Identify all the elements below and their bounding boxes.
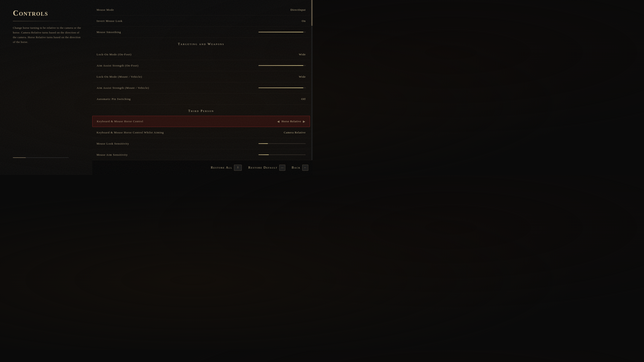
setting-row-mouse-smoothing[interactable]: Mouse Smoothing [92, 26, 310, 38]
slider-aim-assist-foot[interactable] [258, 65, 306, 66]
value-lock-on-mount: Wide [299, 75, 306, 78]
slider-track [258, 32, 306, 32]
slider-fill-aim-mount [258, 87, 303, 88]
slider-aim-assist-mount[interactable] [258, 87, 306, 88]
arrow-right-icon: ▶ [303, 120, 306, 123]
label-mouse-look-sensitivity: Mouse Look Sensitivity [96, 142, 129, 145]
value-lock-on-foot: Wide [299, 53, 306, 56]
scroll-thumb [13, 157, 26, 158]
section-title-targeting: Targeting and Weapons [178, 42, 224, 46]
label-mouse-mode: Mouse Mode [96, 8, 114, 11]
back-key: ← [302, 165, 308, 171]
right-panel: Mouse Mode DirectInput Invert Mouse Look… [92, 0, 312, 175]
setting-row-mouse-mode[interactable]: Mouse Mode DirectInput [92, 4, 310, 15]
back-button[interactable]: Back ← [292, 165, 308, 171]
restore-all-label: Restore All [211, 166, 232, 169]
setting-row-aim-assist-foot[interactable]: Aim Assist Strength (On-Foot) [92, 60, 310, 71]
bottom-bar: Restore All ⇧ Restore Default — Back ← [92, 160, 312, 175]
scrollbar-track[interactable] [311, 0, 312, 160]
section-header-third-person: Third Person [92, 105, 310, 116]
label-kb-horse-control: Keyboard & Mouse Horse Control [97, 120, 144, 123]
description-text: Change horse turning to be relative to t… [13, 25, 84, 44]
scroll-bar [13, 157, 69, 158]
restore-default-button[interactable]: Restore Default — [248, 165, 285, 171]
restore-default-key: — [279, 165, 285, 171]
setting-row-mouse-look-sensitivity[interactable]: Mouse Look Sensitivity [92, 138, 310, 149]
label-kb-horse-aiming: Keyboard & Mouse Horse Control Whilst Ai… [96, 131, 164, 134]
value-invert-mouse-look: On [302, 19, 306, 23]
value-kb-horse-aiming: Camera Relative [284, 131, 306, 134]
slider-mouse-look-sensitivity[interactable] [258, 143, 306, 144]
restore-default-label: Restore Default [248, 166, 277, 169]
label-mouse-smoothing: Mouse Smoothing [96, 30, 121, 34]
section-title-third-person: Third Person [188, 109, 214, 113]
setting-row-kb-horse-aiming[interactable]: Keyboard & Mouse Horse Control Whilst Ai… [92, 127, 310, 138]
back-label: Back [292, 166, 300, 169]
label-aim-assist-foot: Aim Assist Strength (On-Foot) [96, 64, 139, 67]
scroll-indicator [13, 157, 84, 166]
value-kb-horse-control: ◀ Horse Relative ▶ [277, 120, 306, 123]
slider-fill [258, 32, 303, 32]
value-auto-pin: Off [301, 97, 306, 101]
setting-row-kb-horse-control[interactable]: Keyboard & Mouse Horse Control ◀ Horse R… [92, 116, 310, 127]
slider-fill-aim-foot [258, 65, 303, 66]
page-container: Controls Change horse turning to be rela… [0, 0, 312, 175]
setting-row-aim-assist-mount[interactable]: Aim Assist Strength (Mount / Vehicle) [92, 82, 310, 93]
label-lock-on-mount: Lock-On Mode (Mount / Vehicle) [96, 75, 142, 78]
restore-all-button[interactable]: Restore All ⇧ [211, 165, 242, 171]
slider-mouse-smoothing[interactable] [258, 32, 306, 32]
label-aim-assist-mount: Aim Assist Strength (Mount / Vehicle) [96, 86, 149, 90]
label-mouse-aim-sensitivity: Mouse Aim Sensitivity [96, 153, 128, 157]
section-header-targeting: Targeting and Weapons [92, 38, 310, 49]
value-mouse-mode: DirectInput [290, 8, 306, 11]
setting-row-invert-mouse-look[interactable]: Invert Mouse Look On [92, 15, 310, 26]
restore-all-key: ⇧ [234, 165, 242, 171]
left-panel: Controls Change horse turning to be rela… [0, 0, 92, 175]
slider-track-aim-mount [258, 87, 306, 88]
scrollbar-thumb [311, 0, 312, 26]
label-lock-on-foot: Lock-On Mode (On-Foot) [96, 53, 132, 56]
arrow-left-icon: ◀ [277, 120, 280, 123]
settings-list: Mouse Mode DirectInput Invert Mouse Look… [92, 4, 312, 160]
label-invert-mouse-look: Invert Mouse Look [96, 19, 122, 23]
slider-track-aim-foot [258, 65, 306, 66]
setting-row-lock-on-foot[interactable]: Lock-On Mode (On-Foot) Wide [92, 49, 310, 60]
slider-fill-aim [258, 154, 269, 155]
page-title: Controls [13, 8, 84, 17]
setting-row-auto-pin[interactable]: Automatic Pin Switching Off [92, 93, 310, 105]
slider-track-aim [258, 154, 306, 155]
label-auto-pin: Automatic Pin Switching [96, 97, 131, 101]
slider-fill-look [258, 143, 268, 144]
slider-track-look [258, 143, 306, 144]
setting-row-lock-on-mount[interactable]: Lock-On Mode (Mount / Vehicle) Wide [92, 71, 310, 82]
slider-mouse-aim-sensitivity[interactable] [258, 154, 306, 155]
title-divider [13, 21, 69, 21]
setting-row-mouse-aim-sensitivity[interactable]: Mouse Aim Sensitivity [92, 149, 310, 160]
